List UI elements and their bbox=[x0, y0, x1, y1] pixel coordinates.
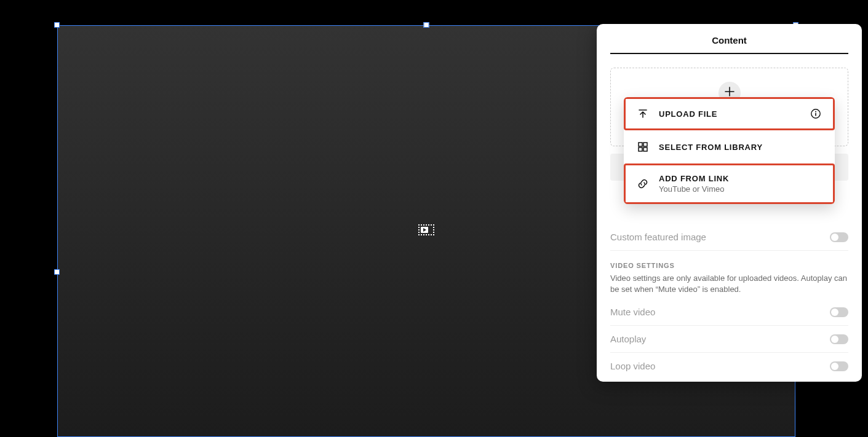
menu-item-sublabel: YouTube or Vimeo bbox=[659, 184, 822, 194]
resize-handle-top-middle[interactable] bbox=[424, 22, 429, 28]
row-autoplay: Autoplay bbox=[610, 325, 848, 352]
svg-rect-10 bbox=[426, 234, 427, 235]
video-placeholder-icon bbox=[418, 224, 434, 238]
svg-rect-7 bbox=[418, 234, 420, 235]
svg-rect-2 bbox=[423, 224, 424, 226]
link-icon bbox=[637, 178, 649, 190]
svg-rect-0 bbox=[418, 224, 420, 226]
menu-item-label: ADD FROM LINK bbox=[659, 174, 822, 183]
toggle-autoplay[interactable] bbox=[830, 334, 848, 344]
svg-rect-15 bbox=[418, 229, 420, 230]
svg-rect-26 bbox=[639, 148, 642, 151]
svg-rect-27 bbox=[643, 148, 647, 151]
svg-rect-9 bbox=[423, 234, 424, 235]
svg-rect-25 bbox=[643, 143, 647, 146]
tab-content[interactable]: Content bbox=[610, 35, 848, 54]
row-custom-featured-image: Custom featured image bbox=[610, 224, 848, 250]
svg-rect-1 bbox=[421, 224, 422, 226]
toggle-mute-video[interactable] bbox=[830, 307, 848, 317]
resize-handle-middle-left[interactable] bbox=[54, 269, 60, 275]
svg-rect-8 bbox=[421, 234, 422, 235]
svg-rect-3 bbox=[426, 224, 427, 226]
svg-rect-14 bbox=[418, 227, 420, 228]
svg-rect-17 bbox=[433, 227, 434, 228]
content-panel: Content UPLOAD FILE bbox=[597, 24, 862, 382]
add-video-menu: UPLOAD FILE SELECT FROM LIBRARY ADD FROM… bbox=[624, 97, 835, 204]
svg-point-22 bbox=[815, 111, 816, 112]
menu-item-select-from-library[interactable]: SELECT FROM LIBRARY bbox=[624, 130, 835, 163]
toggle-loop-video[interactable] bbox=[830, 361, 848, 371]
menu-item-label: SELECT FROM LIBRARY bbox=[659, 143, 822, 152]
svg-rect-16 bbox=[418, 232, 420, 233]
toggle-custom-featured-image[interactable] bbox=[830, 232, 848, 242]
section-desc-video-settings: Video settings are only available for up… bbox=[610, 273, 848, 295]
row-label: Custom featured image bbox=[610, 232, 706, 242]
row-loop-video: Loop video bbox=[610, 352, 848, 379]
row-label: Mute video bbox=[610, 307, 655, 317]
svg-rect-23 bbox=[815, 113, 816, 116]
row-label: Autoplay bbox=[610, 334, 646, 344]
svg-rect-24 bbox=[639, 143, 642, 146]
info-icon[interactable] bbox=[810, 108, 822, 120]
upload-icon bbox=[637, 108, 649, 120]
svg-rect-5 bbox=[431, 224, 432, 226]
section-title-video-settings: VIDEO SETTINGS bbox=[610, 262, 848, 269]
svg-rect-13 bbox=[433, 234, 434, 235]
row-mute-video: Mute video bbox=[610, 299, 848, 325]
resize-handle-top-left[interactable] bbox=[54, 22, 60, 28]
menu-item-add-from-link[interactable]: ADD FROM LINK YouTube or Vimeo bbox=[624, 163, 835, 204]
svg-rect-4 bbox=[428, 224, 429, 226]
menu-item-label: UPLOAD FILE bbox=[659, 109, 800, 119]
svg-rect-18 bbox=[433, 229, 434, 230]
svg-rect-6 bbox=[433, 224, 434, 226]
svg-rect-12 bbox=[431, 234, 432, 235]
svg-rect-11 bbox=[428, 234, 429, 235]
library-grid-icon bbox=[637, 141, 649, 153]
menu-item-upload-file[interactable]: UPLOAD FILE bbox=[624, 97, 835, 130]
svg-rect-19 bbox=[433, 232, 434, 233]
row-label: Loop video bbox=[610, 361, 655, 371]
